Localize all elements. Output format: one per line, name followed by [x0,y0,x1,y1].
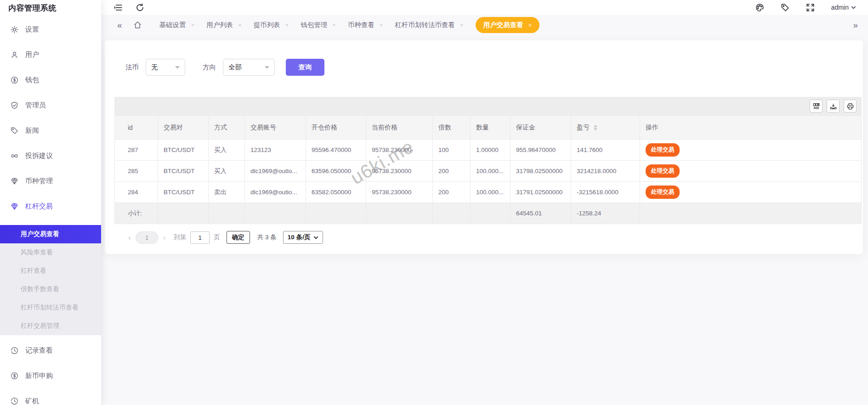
tab-label: 杠杆币划转法币查看 [395,21,455,29]
sort-asc-icon [594,125,597,127]
gem-icon [11,177,18,185]
tab-close-icon[interactable]: × [332,22,336,28]
sidebar-item-4[interactable]: 管理员 [0,93,101,118]
direction-select[interactable]: 全部 [223,59,275,76]
page-button[interactable]: 1 [136,231,159,244]
subtotal-account [245,203,306,224]
sidebar-item-8[interactable]: 杠杆交易 [0,194,101,219]
column-header-保证金: 保证金 [511,116,571,140]
tab-close-icon[interactable]: × [528,22,532,28]
goto-label: 到第 [174,233,186,242]
sidebar-item-label: 杠杆交易 [25,202,53,211]
column-header-label: 操作 [646,124,658,131]
history-clock-icon [11,397,18,405]
subtotal-side [209,203,245,224]
fullscreen-icon[interactable] [806,3,815,12]
tab-close-icon[interactable]: × [191,22,195,28]
sidebar: 内容管理系统 设置用户钱包管理员新闻投拆建议币种管理杠杆交易用户交易查看风险率查… [0,0,101,405]
content-card: 法币 无 方向 全部 查询 [105,40,863,254]
palette-icon[interactable] [755,3,764,12]
print-icon[interactable] [844,100,857,112]
column-header-操作: 操作 [640,116,862,140]
tabs: 基础设置×用户列表×提币列表×钱包管理×币种查看×杠杆币划转法币查看×用户交易查… [148,17,540,33]
filter-bar: 法币 无 方向 全部 查询 [105,40,863,76]
cell-current_price: 95738.230000 [366,140,433,161]
menu-collapse-icon[interactable] [114,3,123,12]
tab[interactable]: 基础设置× [159,21,195,29]
sidebar-subitem[interactable]: 杠杆交易管理 [0,317,101,335]
tab-close-icon[interactable]: × [380,22,383,28]
column-header-开仓价格: 开仓价格 [306,116,366,140]
goto-confirm-button[interactable]: 确定 [227,231,250,244]
sort-icon[interactable] [594,125,597,130]
topbar-right: admin [755,3,856,12]
refresh-icon[interactable] [136,3,144,12]
user-menu[interactable]: admin [831,4,856,11]
sidebar-item-10[interactable]: 新币申购 [0,363,101,388]
sidebar-subitem[interactable]: 倍数手数查看 [0,280,101,298]
columns-icon[interactable] [810,100,823,112]
sidebar-item-11[interactable]: 矿机 [0,388,101,405]
subtotal-row: 小计:64545.01-1258.24 [115,203,862,224]
tab-close-icon[interactable]: × [238,22,242,28]
tab-label: 用户交易查看 [483,21,523,29]
cell-current_price: 95738.230000 [366,182,433,203]
total-count-label: 共 3 条 [257,233,277,242]
page-unit-label: 页 [214,233,220,242]
sort-desc-icon [594,128,597,130]
sidebar-subitem[interactable]: 风险率查看 [0,243,101,262]
fiat-select[interactable]: 无 [146,59,185,76]
gear-icon [11,26,18,34]
tab[interactable]: 币种查看× [348,21,383,29]
column-header-盈亏[interactable]: 盈亏 [571,116,640,140]
dollar-circle-icon [11,76,18,84]
sidebar-subitem-active[interactable]: 用户交易查看 [0,225,101,243]
tabs-scroll-right[interactable]: » [853,21,858,29]
sidebar-item-2[interactable]: 用户 [0,42,101,68]
tab-close-icon[interactable]: × [460,22,464,28]
sidebar-item-label: 币种管理 [25,177,53,186]
tab[interactable]: 用户列表× [206,21,242,29]
tabs-scroll-left[interactable]: « [117,21,122,29]
sidebar-item-7[interactable]: 币种管理 [0,169,101,194]
cell-margin: 955.96470000 [511,140,571,161]
sidebar-item-label: 设置 [25,25,39,34]
process-trade-button[interactable]: 处理交易 [646,186,680,199]
sidebar-subitem[interactable]: 杠杆币划转法币查看 [0,298,101,317]
tag-icon[interactable] [781,3,789,12]
sidebar-item-label: 管理员 [25,101,46,110]
app-title: 内容管理系统 [0,0,101,13]
sidebar-item-9[interactable]: 记录查看 [0,338,101,363]
sidebar-item-5[interactable]: 新闻 [0,118,101,143]
subtotal-id: 小计: [115,203,158,224]
tab-close-icon[interactable]: × [285,22,289,28]
direction-label: 方向 [203,63,216,72]
cell-account: dlc1969@outlo... [245,161,306,182]
process-trade-button[interactable]: 处理交易 [646,164,680,178]
column-header-label: 数量 [476,124,489,131]
prev-page-icon[interactable]: ‹ [128,234,131,242]
tab[interactable]: 钱包管理× [301,21,336,29]
tab[interactable]: 提币列表× [254,21,289,29]
tab-label: 基础设置 [159,21,186,29]
shield-check-icon [11,101,18,109]
sidebar-item-label: 投拆建议 [25,152,53,160]
tab[interactable]: 杠杆币划转法币查看× [395,21,464,29]
home-icon[interactable] [133,21,142,29]
transactions-table: id交易对方式交易账号开仓价格当前价格倍数数量保证金盈亏操作 287BTC/US… [114,115,862,224]
sidebar-item-3[interactable]: 钱包 [0,68,101,93]
query-button[interactable]: 查询 [286,59,324,76]
page-size-select[interactable]: 10 条/页 [283,231,323,244]
goto-page-input[interactable] [190,231,210,244]
sidebar-item-6[interactable]: 投拆建议 [0,143,101,169]
table-header-row: id交易对方式交易账号开仓价格当前价格倍数数量保证金盈亏操作 [115,116,862,140]
sidebar-subitem[interactable]: 杠杆查看 [0,262,101,280]
next-page-icon[interactable]: › [163,234,166,242]
subtotal-pnl: -1258.24 [571,203,640,224]
process-trade-button[interactable]: 处理交易 [646,143,680,157]
column-header-label: 交易对 [164,124,183,131]
user-icon [11,51,18,59]
tab-active[interactable]: 用户交易查看× [476,17,540,33]
sidebar-item-1[interactable]: 设置 [0,17,101,42]
export-icon[interactable] [827,100,840,112]
